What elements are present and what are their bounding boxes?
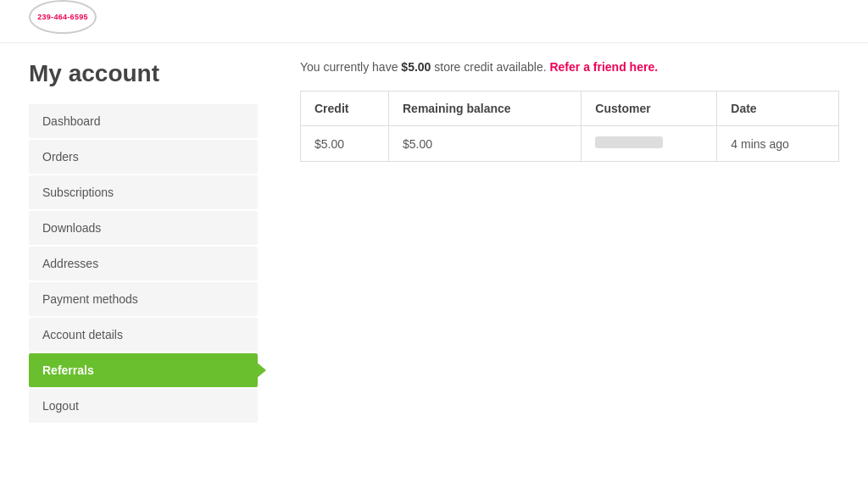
- col-header-credit: Credit: [301, 92, 389, 126]
- cell-customer: [581, 126, 717, 162]
- col-header-customer: Customer: [581, 92, 717, 126]
- page-title: My account: [29, 60, 266, 87]
- nav-link-payment-methods[interactable]: Payment methods: [29, 282, 258, 316]
- nav-link-orders[interactable]: Orders: [29, 140, 258, 174]
- nav-link-referrals[interactable]: Referrals: [29, 353, 258, 387]
- nav-item-addresses[interactable]: Addresses: [29, 247, 258, 280]
- nav-item-dashboard[interactable]: Dashboard: [29, 104, 258, 138]
- nav-link-account-details[interactable]: Account details: [29, 318, 258, 352]
- nav-link-dashboard[interactable]: Dashboard: [29, 104, 258, 138]
- table-row: $5.00 $5.00 4 mins ago: [301, 126, 839, 162]
- credit-message-suffix: store credit available.: [431, 60, 549, 74]
- col-header-remaining: Remaining balance: [388, 92, 581, 126]
- credit-message: You currently have $5.00 store credit av…: [300, 60, 839, 74]
- nav-link-subscriptions[interactable]: Subscriptions: [29, 175, 258, 209]
- credit-table: Credit Remaining balance Customer Date $…: [300, 91, 839, 162]
- cell-remaining: $5.00: [388, 126, 581, 162]
- nav-item-account-details[interactable]: Account details: [29, 318, 258, 352]
- nav-link-logout[interactable]: Logout: [29, 389, 258, 423]
- top-bar: 239-464-6595: [0, 0, 868, 43]
- nav-item-referrals[interactable]: Referrals: [29, 353, 258, 387]
- nav-item-logout[interactable]: Logout: [29, 389, 258, 423]
- col-header-date: Date: [717, 92, 839, 126]
- nav-item-orders[interactable]: Orders: [29, 140, 258, 174]
- credit-amount: $5.00: [401, 60, 431, 74]
- left-column: My account Dashboard Orders Subscription…: [29, 60, 266, 424]
- cell-date: 4 mins ago: [717, 126, 839, 162]
- nav-link-downloads[interactable]: Downloads: [29, 211, 258, 245]
- right-column: You currently have $5.00 store credit av…: [266, 60, 839, 424]
- nav-item-subscriptions[interactable]: Subscriptions: [29, 175, 258, 209]
- table-header-row: Credit Remaining balance Customer Date: [301, 92, 839, 126]
- nav-link-addresses[interactable]: Addresses: [29, 247, 258, 280]
- refer-friend-link[interactable]: Refer a friend here.: [549, 60, 658, 74]
- logo-text: 239-464-6595: [37, 13, 88, 22]
- nav-menu: Dashboard Orders Subscriptions Downloads…: [29, 104, 258, 423]
- nav-item-payment-methods[interactable]: Payment methods: [29, 282, 258, 316]
- nav-item-downloads[interactable]: Downloads: [29, 211, 258, 245]
- customer-blur: [595, 136, 663, 148]
- cell-credit: $5.00: [301, 126, 389, 162]
- logo-circle: 239-464-6595: [29, 0, 97, 34]
- credit-message-prefix: You currently have: [300, 60, 401, 74]
